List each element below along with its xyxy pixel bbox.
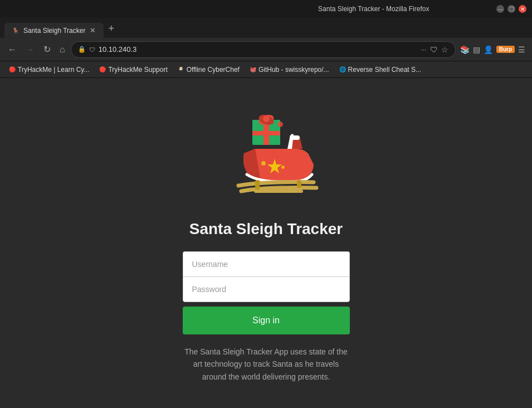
sign-in-button[interactable]: Sign in	[183, 307, 350, 334]
bookmark-github-label: GitHub - swisskyrepo/...	[258, 66, 329, 74]
security-icon: 🔒	[78, 46, 86, 53]
profile-icon[interactable]: 👤	[484, 45, 493, 54]
address-bar[interactable]: 🔒 🛡 10.10.240.3 ··· 🛡 ☆	[71, 41, 456, 58]
reverse-shell-favicon: 🌐	[339, 66, 346, 72]
burp-badge: Burp	[496, 46, 515, 53]
tab-bar: 🦌 Santa Sleigh Tracker ✕ +	[0, 18, 532, 38]
github-favicon: 🐙	[250, 66, 256, 72]
svg-rect-3	[252, 131, 280, 135]
bookmark-tryhackme-label: TryHackMe | Learn Cy...	[18, 66, 89, 74]
sidebar-icon[interactable]: ▤	[473, 45, 480, 54]
svg-rect-13	[297, 180, 301, 188]
forward-button[interactable]: →	[22, 42, 38, 57]
svg-point-6	[263, 115, 270, 122]
bookmark-tryhackme[interactable]: 🔴 TryHackMe | Learn Cy...	[4, 64, 94, 75]
active-tab[interactable]: 🦌 Santa Sleigh Tracker ✕	[4, 23, 104, 38]
nav-extra-buttons: 📚 ▤ 👤 Burp ☰	[458, 45, 528, 54]
maximize-button[interactable]: ❐	[507, 5, 515, 13]
app-description: The Santa Sleigh Tracker App uses state …	[183, 346, 350, 383]
tryhackme-support-favicon: 🔴	[99, 66, 106, 72]
svg-point-10	[261, 161, 266, 166]
hamburger-icon[interactable]: ☰	[518, 45, 525, 54]
lock-shield-icon: 🛡	[89, 46, 95, 53]
star-icon: ☆	[441, 45, 448, 54]
bookmark-reverse-shell-label: Reverse Shell Cheat S...	[348, 66, 421, 74]
new-tab-button[interactable]: +	[104, 21, 119, 37]
title-bar: Santa Sleigh Tracker - Mozilla Firefox —…	[0, 0, 532, 18]
tab-favicon: 🦌	[12, 27, 19, 33]
app-title: Santa Sleigh Tracker	[189, 220, 343, 238]
username-input[interactable]	[183, 251, 350, 276]
sleigh-illustration	[211, 103, 322, 209]
close-button[interactable]: ✕	[519, 5, 526, 13]
password-input[interactable]	[183, 276, 350, 302]
svg-point-7	[277, 122, 283, 127]
bookmark-cyberchef-label: Offline CyberChef	[187, 66, 240, 74]
bookmark-tryhackme-support-label: TryHackMe Support	[108, 66, 167, 74]
bookmark-github[interactable]: 🐙 GitHub - swisskyrepo/...	[245, 64, 334, 75]
bookmark-cyberchef[interactable]: 🍳 Offline CyberChef	[173, 64, 244, 75]
svg-rect-8	[290, 135, 300, 140]
reload-button[interactable]: ↻	[40, 42, 54, 57]
home-button[interactable]: ⌂	[56, 42, 69, 57]
window-controls: — ❐ ✕	[496, 5, 526, 13]
reading-list-icon[interactable]: 📚	[460, 45, 470, 54]
back-button[interactable]: ←	[4, 42, 20, 57]
tryhackme-favicon: 🔴	[9, 66, 16, 72]
url-text: 10.10.240.3	[99, 45, 418, 54]
address-more-icon: ···	[421, 46, 427, 54]
bookmarks-bar: 🔴 TryHackMe | Learn Cy... 🔴 TryHackMe Su…	[0, 61, 532, 78]
window-title: Santa Sleigh Tracker - Mozilla Firefox	[251, 5, 497, 13]
svg-rect-14	[254, 190, 303, 193]
bookmark-tryhackme-support[interactable]: 🔴 TryHackMe Support	[95, 64, 172, 75]
login-form: Sign in	[183, 251, 350, 334]
tab-title: Santa Sleigh Tracker	[23, 27, 85, 35]
tab-close-button[interactable]: ✕	[90, 26, 96, 35]
minimize-button[interactable]: —	[496, 5, 504, 13]
cyberchef-favicon: 🍳	[178, 66, 184, 72]
shield-check-icon: 🛡	[430, 45, 438, 54]
bookmark-reverse-shell[interactable]: 🌐 Reverse Shell Cheat S...	[335, 64, 426, 75]
page-content: Santa Sleigh Tracker Sign in The Santa S…	[0, 78, 532, 408]
nav-bar: ← → ↻ ⌂ 🔒 🛡 10.10.240.3 ··· 🛡 ☆ 📚 ▤ 👤 Bu…	[0, 38, 532, 61]
svg-point-11	[281, 166, 285, 169]
